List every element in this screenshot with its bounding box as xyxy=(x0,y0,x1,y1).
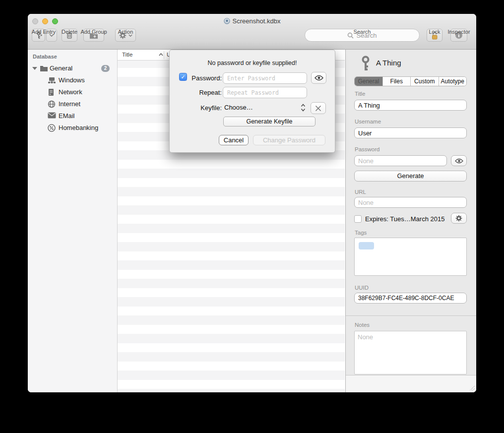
sidebar-item-internet[interactable]: Internet xyxy=(28,99,117,110)
inspector-panel: A Thing General Files Custom Autotype Ti… xyxy=(345,50,476,392)
close-x-icon xyxy=(315,105,321,112)
notes-label: Notes xyxy=(355,322,370,328)
url-field-label: URL xyxy=(355,189,366,195)
column-divider[interactable] xyxy=(164,51,164,59)
document-icon xyxy=(224,18,230,24)
password-field[interactable] xyxy=(354,155,447,166)
change-password-dialog: No password or keyfile supplied! Passwor… xyxy=(169,50,335,153)
action-label: Action xyxy=(115,29,136,35)
server-icon xyxy=(48,88,55,96)
inspector-footer xyxy=(346,375,476,392)
reveal-password-button[interactable] xyxy=(311,72,326,84)
password-input[interactable] xyxy=(223,72,307,84)
group-sidebar: Database General 2 Windows Network xyxy=(28,50,118,392)
dialog-message: No password or keyfile supplied! xyxy=(170,60,335,66)
add-entry-label: Add Entry xyxy=(28,29,60,35)
search-label: Search xyxy=(305,29,420,35)
sidebar-item-label: General xyxy=(50,64,72,72)
resize-grip[interactable] xyxy=(470,386,475,391)
sidebar-item-homebanking[interactable]: Homebanking xyxy=(28,123,117,133)
gear-icon xyxy=(455,215,462,222)
notes-field[interactable] xyxy=(354,331,467,374)
keyfile-label: Keyfile: xyxy=(189,104,222,112)
repeat-label: Repeat: xyxy=(189,89,222,96)
username-field[interactable] xyxy=(354,127,467,138)
eye-icon xyxy=(315,75,323,81)
add-group-label: Add Group xyxy=(79,29,108,35)
uuid-label: UUID xyxy=(355,285,369,291)
generate-keyfile-button[interactable]: Generate Keyfile xyxy=(223,117,315,126)
entry-count-badge: 2 xyxy=(101,65,110,72)
keyfile-value: Choose… xyxy=(224,104,253,111)
clear-keyfile-button[interactable] xyxy=(311,102,326,114)
app-window: Screenshot.kdbx Add Entry xyxy=(28,14,476,392)
title-field[interactable] xyxy=(354,100,467,111)
cancel-button[interactable]: Cancel xyxy=(219,135,249,145)
tab-files[interactable]: Files xyxy=(383,77,411,86)
sidebar-item-email[interactable]: EMail xyxy=(28,111,117,122)
window-title: Screenshot.kdbx xyxy=(28,17,476,25)
sidebar-item-general[interactable]: General 2 xyxy=(28,63,117,74)
window-title-text: Screenshot.kdbx xyxy=(233,17,281,25)
lock-label: Lock xyxy=(424,29,445,35)
sidebar-item-windows[interactable]: Windows xyxy=(28,75,117,86)
sidebar-item-network[interactable]: Network xyxy=(28,87,117,98)
tab-general[interactable]: General xyxy=(355,77,383,86)
tags-label: Tags xyxy=(355,230,367,236)
sidebar-header: Database xyxy=(33,54,57,60)
eye-icon xyxy=(455,158,463,164)
change-password-button[interactable]: Change Password xyxy=(253,135,325,145)
title-field-label: Title xyxy=(355,91,365,97)
tab-autotype[interactable]: Autotype xyxy=(439,77,467,86)
tab-custom[interactable]: Custom xyxy=(411,77,439,86)
titlebar-toolbar: Screenshot.kdbx Add Entry xyxy=(28,14,476,50)
password-checkbox[interactable] xyxy=(179,73,187,81)
url-field[interactable] xyxy=(354,197,467,208)
folder-icon xyxy=(40,64,48,72)
password-label: Password: xyxy=(189,74,222,82)
delete-label: Delete xyxy=(58,29,81,35)
percent-icon xyxy=(48,124,56,132)
reveal-password-button[interactable] xyxy=(451,155,467,166)
expires-label: Expires: Tues…March 2015 xyxy=(365,215,444,223)
keyfile-popup[interactable]: Choose… xyxy=(224,103,309,114)
tags-field[interactable] xyxy=(354,238,467,276)
tag-token[interactable] xyxy=(359,242,374,249)
repeat-input[interactable] xyxy=(223,87,307,98)
generate-password-button[interactable]: Generate xyxy=(354,171,467,182)
sort-ascending-icon xyxy=(159,53,163,56)
password-field-label: Password xyxy=(355,146,380,152)
section-divider xyxy=(346,315,476,316)
inspector-label: Inspector xyxy=(444,29,473,35)
entry-title: A Thing xyxy=(376,59,401,67)
globe-icon xyxy=(48,100,56,108)
uuid-field[interactable] xyxy=(354,293,467,304)
key-icon xyxy=(360,56,371,71)
disclosure-triangle-icon[interactable] xyxy=(32,67,37,70)
envelope-icon xyxy=(48,112,56,119)
column-header-title[interactable]: Title xyxy=(122,52,132,58)
username-field-label: Username xyxy=(355,119,381,124)
expires-checkbox[interactable] xyxy=(354,215,362,223)
inspector-tabs: General Files Custom Autotype xyxy=(354,76,467,86)
expires-settings-button[interactable] xyxy=(451,213,467,224)
stepper-icon xyxy=(301,103,306,112)
windows-network-icon xyxy=(48,76,56,84)
